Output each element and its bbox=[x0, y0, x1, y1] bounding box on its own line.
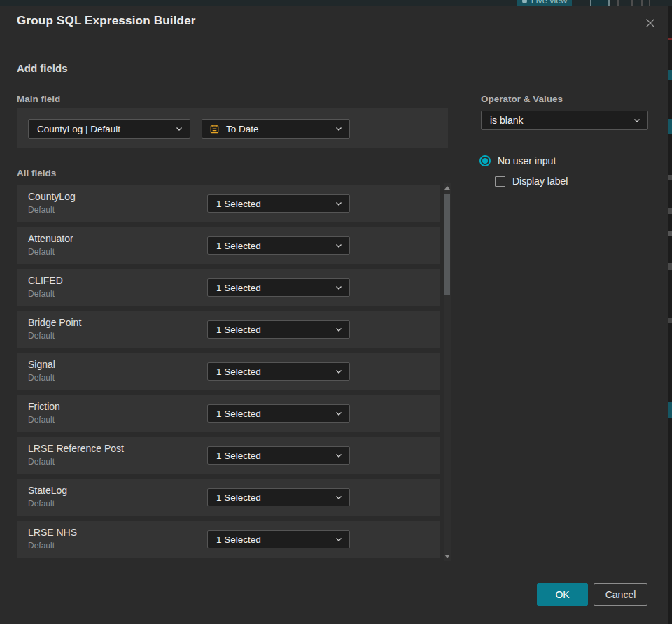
field-name: Friction bbox=[28, 401, 60, 412]
field-selection-select[interactable]: 1 Selected bbox=[207, 278, 350, 297]
field-type: Default bbox=[28, 289, 55, 299]
background-fragment bbox=[668, 263, 672, 270]
add-fields-heading: Add fields bbox=[17, 62, 68, 74]
close-button[interactable] bbox=[642, 15, 659, 31]
main-field-label: Main field bbox=[17, 94, 60, 104]
field-selection-select[interactable]: 1 Selected bbox=[207, 236, 350, 255]
scrollbar-down-arrow-icon[interactable] bbox=[444, 555, 450, 558]
display-label-label: Display label bbox=[512, 176, 568, 187]
live-view-button: Live view bbox=[517, 0, 572, 6]
field-type: Default bbox=[28, 499, 55, 509]
field-selection-select[interactable]: 1 Selected bbox=[207, 320, 350, 339]
field-type: Default bbox=[28, 247, 55, 257]
display-label-checkbox[interactable]: Display label bbox=[495, 176, 568, 187]
field-type: Default bbox=[28, 205, 55, 215]
chevron-down-icon bbox=[335, 493, 343, 502]
field-row: CountyLog Default 1 Selected bbox=[17, 185, 440, 222]
field-selection-select[interactable]: 1 Selected bbox=[207, 362, 350, 381]
chevron-down-icon bbox=[335, 409, 343, 418]
field-selection-value: 1 Selected bbox=[208, 367, 335, 377]
background-topbar: Live view bbox=[0, 0, 672, 6]
field-row: CLIFED Default 1 Selected bbox=[17, 269, 440, 306]
dialog-title: Group SQL Expression Builder bbox=[17, 14, 196, 28]
field-selection-select[interactable]: 1 Selected bbox=[207, 530, 350, 548]
checkbox-unchecked-icon bbox=[495, 176, 505, 187]
field-row: Friction Default 1 Selected bbox=[17, 395, 440, 432]
list-scrollbar[interactable] bbox=[444, 183, 451, 561]
chevron-down-icon bbox=[335, 199, 343, 208]
field-type: Default bbox=[28, 373, 55, 383]
chevron-down-icon bbox=[633, 116, 641, 125]
field-type: Default bbox=[28, 457, 55, 467]
field-name: Attenuator bbox=[28, 233, 74, 244]
field-selection-value: 1 Selected bbox=[208, 534, 335, 545]
chevron-down-icon bbox=[335, 325, 343, 334]
background-fragment bbox=[668, 402, 672, 418]
field-name: CLIFED bbox=[28, 275, 63, 286]
chevron-down-icon bbox=[175, 125, 183, 133]
field-selection-select[interactable]: 1 Selected bbox=[207, 194, 350, 213]
calendar-icon bbox=[209, 124, 220, 134]
field-selection-select[interactable]: 1 Selected bbox=[207, 404, 350, 423]
field-name: LRSE Reference Post bbox=[28, 443, 124, 454]
ok-button[interactable]: OK bbox=[537, 583, 588, 606]
field-name: LRSE NHS bbox=[28, 527, 77, 538]
field-selection-select[interactable]: 1 Selected bbox=[207, 488, 350, 506]
field-row: StateLog Default 1 Selected bbox=[17, 479, 440, 516]
field-selection-value: 1 Selected bbox=[208, 492, 335, 503]
field-row: LRSE NHS Default 1 Selected bbox=[17, 521, 440, 558]
background-fragment bbox=[668, 175, 672, 180]
chevron-down-icon bbox=[335, 367, 343, 376]
all-fields-label: All fields bbox=[17, 168, 56, 178]
group-sql-expression-builder-dialog: Group SQL Expression Builder Add fields … bbox=[0, 6, 668, 624]
toolbar-fragment bbox=[590, 0, 592, 6]
no-user-input-label: No user input bbox=[498, 155, 556, 166]
field-selection-select[interactable]: 1 Selected bbox=[207, 446, 350, 465]
chevron-down-icon bbox=[335, 451, 343, 460]
chevron-down-icon bbox=[335, 283, 343, 292]
background-fragment bbox=[668, 119, 672, 134]
field-selection-value: 1 Selected bbox=[208, 241, 335, 251]
cancel-button[interactable]: Cancel bbox=[594, 583, 648, 606]
operator-select-value: is blank bbox=[482, 115, 633, 126]
main-field-date-value: To Date bbox=[220, 124, 335, 134]
field-selection-value: 1 Selected bbox=[208, 199, 335, 209]
radio-selected-icon bbox=[479, 155, 491, 166]
field-name: StateLog bbox=[28, 485, 67, 496]
field-selection-value: 1 Selected bbox=[208, 325, 335, 335]
field-row: Signal Default 1 Selected bbox=[17, 353, 440, 390]
main-field-select-value: CountyLog | Default bbox=[29, 124, 175, 134]
background-fragment bbox=[668, 208, 672, 214]
background-fragment bbox=[668, 318, 672, 323]
field-row: LRSE Reference Post Default 1 Selected bbox=[17, 437, 440, 474]
field-name: Signal bbox=[28, 359, 55, 370]
toolbar-fragment bbox=[617, 0, 619, 6]
scrollbar-up-arrow-icon[interactable] bbox=[444, 186, 450, 190]
chevron-down-icon bbox=[335, 241, 343, 250]
screen: Live view Group SQL Expression Builder bbox=[0, 0, 672, 624]
field-name: CountyLog bbox=[28, 191, 76, 202]
toolbar-fragment bbox=[631, 0, 633, 6]
chevron-down-icon bbox=[335, 535, 343, 544]
scrollbar-thumb[interactable] bbox=[444, 194, 450, 295]
live-view-dot-icon bbox=[522, 0, 527, 3]
main-field-select[interactable]: CountyLog | Default bbox=[28, 119, 190, 139]
field-selection-value: 1 Selected bbox=[208, 409, 335, 419]
main-field-date-select[interactable]: To Date bbox=[202, 119, 350, 139]
chevron-down-icon bbox=[335, 125, 343, 133]
main-field-panel: CountyLog | Default To Date bbox=[17, 108, 448, 148]
field-row: Attenuator Default 1 Selected bbox=[17, 227, 440, 264]
no-user-input-radio[interactable]: No user input bbox=[479, 155, 556, 166]
field-type: Default bbox=[28, 415, 55, 425]
field-type: Default bbox=[28, 541, 55, 551]
toolbar-fragment bbox=[641, 0, 643, 6]
toolbar-fragment bbox=[649, 0, 650, 6]
background-fragment bbox=[668, 70, 672, 80]
operator-select[interactable]: is blank bbox=[481, 111, 648, 130]
live-view-label: Live view bbox=[531, 0, 567, 6]
field-type: Default bbox=[28, 331, 55, 341]
toolbar-fragment bbox=[608, 0, 610, 6]
background-fragment bbox=[668, 38, 672, 40]
field-selection-value: 1 Selected bbox=[208, 283, 335, 293]
close-icon bbox=[644, 17, 657, 29]
